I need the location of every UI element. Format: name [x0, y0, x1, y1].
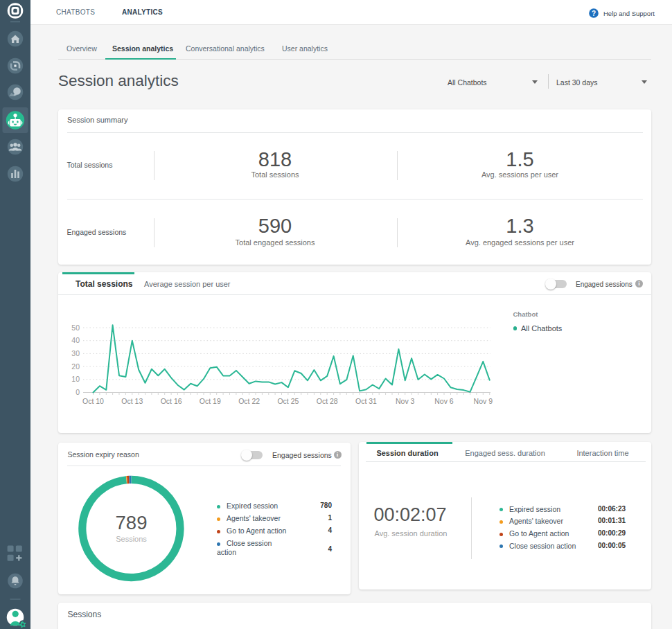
svg-text:10: 10: [71, 375, 80, 383]
svg-text:Oct 16: Oct 16: [161, 397, 182, 405]
svg-text:Nov 3: Nov 3: [396, 397, 415, 405]
svg-text:Nov 9: Nov 9: [474, 397, 493, 405]
svg-text:Nov 6: Nov 6: [434, 397, 454, 405]
svg-text:?: ?: [592, 10, 596, 17]
svg-text:Oct 31: Oct 31: [355, 397, 377, 405]
svg-text:20: 20: [71, 362, 80, 371]
svg-text:0: 0: [76, 388, 80, 396]
svg-text:Oct 22: Oct 22: [238, 397, 260, 405]
svg-text:40: 40: [71, 336, 80, 344]
svg-text:50: 50: [71, 324, 80, 332]
svg-text:Oct 19: Oct 19: [200, 397, 221, 405]
svg-text:Oct 28: Oct 28: [317, 397, 338, 405]
svg-text:Oct 25: Oct 25: [277, 397, 299, 405]
svg-text:30: 30: [71, 349, 80, 357]
svg-text:Oct 10: Oct 10: [82, 397, 104, 405]
svg-text:Oct 13: Oct 13: [121, 397, 143, 405]
